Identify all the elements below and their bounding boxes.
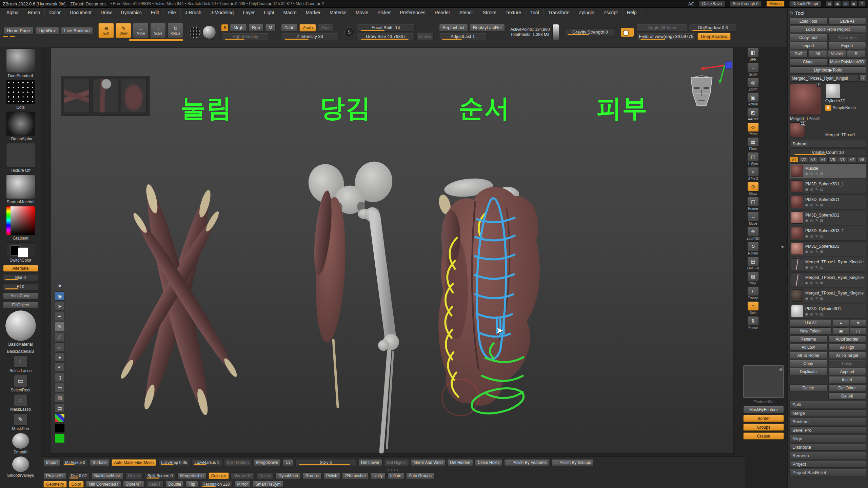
eye-icon[interactable]: ◉: [805, 250, 808, 253]
subtool-action-button[interactable]: Insert: [828, 376, 866, 383]
left-shelf-item[interactable]: ◌ MaskLasso: [2, 394, 40, 412]
left-shelf-item[interactable]: ▭ SelectRect: [2, 375, 40, 392]
right-shelf-icon[interactable]: ▤: [747, 257, 759, 266]
canvas-tool-icon[interactable]: ▱: [55, 342, 65, 351]
layers-icon[interactable]: ▤: [820, 265, 823, 269]
left-shelf-item[interactable]: BasicMaterialB: [2, 348, 40, 354]
right-shelf-item[interactable]: ▢ Frame: [747, 197, 759, 210]
canvas-tool-icon[interactable]: [55, 434, 65, 443]
crease-group-button[interactable]: Groups: [743, 424, 784, 431]
menu-item[interactable]: Stencil: [455, 8, 478, 17]
tray-button[interactable]: Polish By Features: [504, 459, 549, 466]
tray-button[interactable]: Groups: [303, 472, 321, 479]
window-icon[interactable]: ▤: [826, 1, 833, 6]
tray-button[interactable]: Del Higher: [384, 459, 409, 466]
sculpt-icon[interactable]: ✎: [815, 172, 818, 176]
eye-icon[interactable]: ◉: [805, 297, 808, 300]
subtool-row[interactable]: PM3D_Sphere3D1 ◉ ◎ ✎ ▤: [789, 195, 866, 209]
right-shelf-item[interactable]: ◧ BPR: [747, 48, 759, 61]
left-shelf-thumb[interactable]: ◌: [14, 355, 27, 368]
tray-button[interactable]: Delete: [125, 472, 143, 479]
left-shelf-thumb[interactable]: [5, 310, 36, 341]
menu-item[interactable]: Transform: [544, 8, 574, 17]
tool-panel-button[interactable]: Export: [828, 42, 866, 49]
tool-panel-button[interactable]: GoZ: [789, 50, 808, 57]
right-shelf-item[interactable]: ▧ PolyF: [747, 271, 759, 285]
tray-button[interactable]: Smart ReSym: [253, 481, 283, 488]
subpalette-header[interactable]: Remesh: [789, 452, 866, 459]
subtool-action-button[interactable]: All High: [828, 344, 866, 351]
tool-panel-button[interactable]: Import: [789, 42, 827, 49]
doc-thumb-2[interactable]: [92, 79, 118, 113]
subtool-row[interactable]: Merged_TPose1_Ryan_Kingslie ◉ ◎ ✎ ▤: [789, 288, 866, 303]
left-shelf-item[interactable]: ◌ SelectLasso: [2, 355, 40, 373]
left-shelf-thumb[interactable]: [6, 143, 35, 167]
subtool-thumb[interactable]: [791, 180, 803, 192]
variant-tab[interactable]: V8: [857, 157, 866, 162]
subtool-action-button[interactable]: Copy: [789, 360, 827, 367]
second-tool-thumb[interactable]: 11: [790, 122, 805, 137]
tray-button[interactable]: Morph UV: [231, 472, 255, 479]
menu-item[interactable]: Macro: [279, 8, 301, 17]
polypaint-icon[interactable]: ◎: [810, 234, 813, 238]
tray-button[interactable]: Import: [43, 459, 60, 466]
right-shelf-item[interactable]: ◎ Zoom: [747, 78, 759, 91]
left-shelf-thumb[interactable]: [6, 175, 35, 199]
subpalette-header[interactable]: Bevel Pro: [789, 426, 866, 434]
menu-item[interactable]: Draw: [96, 8, 117, 17]
live-boolean-button[interactable]: Live Boolean: [61, 27, 93, 35]
tool-panel-button[interactable]: All: [809, 50, 827, 57]
right-shelf-item[interactable]: ▦ Floor: [747, 137, 759, 151]
tray-button[interactable]: Auto Mask FiberMesh: [112, 459, 157, 466]
right-shelf-item[interactable]: ▣ Actual: [747, 93, 759, 106]
tray-button[interactable]: ZRemesher: [342, 472, 369, 479]
crease-group-button[interactable]: Crease: [743, 432, 784, 440]
subtool-action-button[interactable]: All Low: [789, 344, 827, 351]
variant-tab[interactable]: V4: [818, 157, 828, 162]
subtool-row[interactable]: Muscle ◉ ◎ ✎ ▤: [789, 163, 866, 178]
left-shelf-item[interactable]: Blur 0: [2, 273, 40, 281]
polypaint-icon[interactable]: ◎: [810, 203, 813, 207]
tray-button[interactable]: Double: [165, 481, 184, 488]
menu-item[interactable]: Material: [325, 8, 351, 17]
right-shelf-item[interactable]: ⊕ Zoom3D: [747, 227, 760, 240]
subtool-row[interactable]: Merged_TPose1_Ryan_Kingslie ◉ ◎ ✎ ▤: [789, 257, 866, 272]
menu-item[interactable]: File: [164, 8, 181, 17]
left-shelf-item[interactable]: SwitchColor: [2, 242, 40, 263]
tray-button[interactable]: Del Hidden: [447, 459, 473, 466]
document-thumbnail-strip[interactable]: [61, 76, 150, 116]
z-intensity-slider[interactable]: Z Intensity 33: [281, 33, 339, 40]
axis-gizmo[interactable]: [699, 60, 734, 86]
subtool-thumb[interactable]: [791, 165, 803, 177]
variant-tab[interactable]: V5: [828, 157, 837, 162]
left-shelf-thumb[interactable]: ▭: [14, 375, 27, 387]
menu-item[interactable]: Help: [623, 8, 642, 17]
tray-button[interactable]: Unify: [371, 472, 385, 479]
right-shelf-icon[interactable]: ○: [747, 301, 759, 311]
menu-item[interactable]: Alpha: [2, 8, 23, 17]
right-shelf-item[interactable]: ⇅ Xpose: [747, 316, 759, 330]
tray-button[interactable]: Mirror: [235, 481, 251, 488]
menu-item[interactable]: Preferences: [395, 8, 430, 17]
left-shelf-item[interactable]: DamStandard: [2, 48, 40, 78]
tray-button[interactable]: Polish: [323, 472, 340, 479]
polypaint-icon[interactable]: ◎: [810, 281, 813, 285]
left-shelf-item[interactable]: SmoothValleys: [2, 456, 40, 478]
tray-button[interactable]: Color: [69, 481, 84, 488]
eye-icon[interactable]: ◉: [805, 281, 808, 285]
left-shelf-item[interactable]: Smooth: [2, 433, 40, 454]
menu-item[interactable]: Picker: [373, 8, 395, 17]
subtool-thumb[interactable]: [791, 196, 803, 208]
menu-item[interactable]: Edit: [146, 8, 164, 17]
right-shelf-item[interactable]: ↔ Scroll: [747, 63, 759, 76]
left-shelf-item[interactable]: Rf 0: [2, 283, 40, 290]
subtool-action-button[interactable]: ▢: [850, 327, 866, 334]
left-shelf-thumb[interactable]: [12, 456, 29, 472]
subtool-action-button[interactable]: AutoReorder: [828, 336, 866, 343]
crease-group-button[interactable]: Border: [743, 415, 784, 422]
canvas-viewport[interactable]: 눌림당김순서피부 ⌖◉➤✒✎∕▱●↶▯▭▨▤: [51, 48, 734, 454]
simple-brush-item[interactable]: S SimpleBrush: [825, 105, 866, 111]
tool-panel-button[interactable]: Visible: [828, 50, 846, 57]
right-shelf-icon[interactable]: ▧: [747, 271, 759, 281]
subtool-action-button[interactable]: All To Home: [789, 352, 827, 359]
